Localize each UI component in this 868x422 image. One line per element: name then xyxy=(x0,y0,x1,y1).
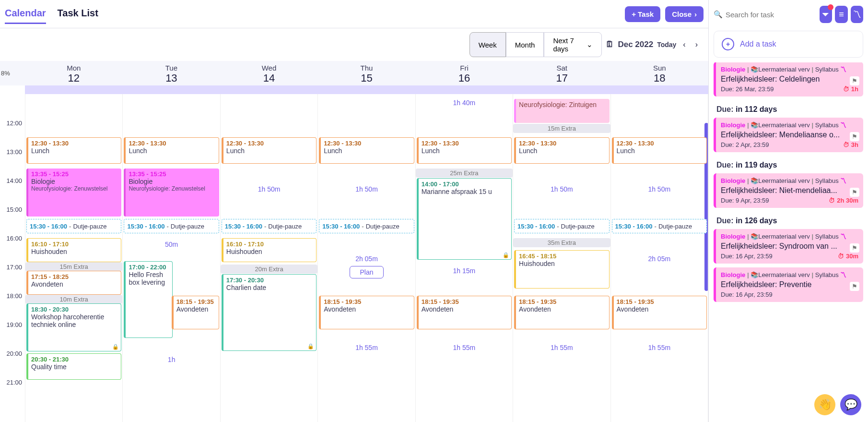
prev-week[interactable]: ‹ xyxy=(680,38,688,51)
event-lunch[interactable]: 12:30 - 13:30Lunch xyxy=(319,137,414,164)
event-dinner[interactable]: 18:15 - 19:35Avondeten xyxy=(319,296,414,329)
flag-icon[interactable]: ⚑ xyxy=(850,76,859,85)
add-task-button[interactable]: + Task xyxy=(625,6,660,22)
hour-label: 21:00 xyxy=(6,379,22,386)
event-dinner[interactable]: 18:15 - 19:35Avondeten xyxy=(612,296,707,329)
event-workshop[interactable]: 18:30 - 20:30Workshop harcoherentie tech… xyxy=(26,303,121,351)
ev-title: Quality time xyxy=(31,363,118,371)
tab-tasklist[interactable]: Task List xyxy=(58,4,98,24)
task-time: ⏱ 1h xyxy=(843,85,858,93)
event-huishouden[interactable]: 16:10 - 17:10Huishouden xyxy=(26,238,121,262)
event-charlien[interactable]: 17:30 - 20:30Charlien date🔒 xyxy=(222,274,317,351)
ev-sub: Neurofysiologie: Zenuwstelsel xyxy=(31,185,118,192)
event-lunch[interactable]: 12:30 - 13:30Lunch xyxy=(222,137,317,164)
view-month[interactable]: Month xyxy=(506,32,544,57)
filter-button[interactable]: ⏷ xyxy=(820,6,832,23)
add-task-row[interactable]: + Add a task xyxy=(714,31,863,58)
ev-time: 18:15 - 19:35 xyxy=(176,298,216,305)
plan-button[interactable]: Plan xyxy=(350,266,383,278)
task-subject: Biologie xyxy=(721,271,745,278)
event-zintuigen[interactable]: Neurofysiologie: Zintuigen xyxy=(514,99,609,123)
event-nap[interactable]: 15:30 - 16:00-Dutje-pauze xyxy=(124,219,219,233)
event-biologie[interactable]: 13:35 - 15:25BiologieNeurofysiologie: Ze… xyxy=(26,169,121,217)
event-lunch[interactable]: 12:30 - 13:30Lunch xyxy=(124,137,219,164)
close-label: Close xyxy=(672,10,692,18)
notification-dot xyxy=(828,4,833,10)
task-card[interactable]: Biologie | 📚Leermateriaal verv | Syllabu… xyxy=(714,118,863,152)
view-next7[interactable]: Next 7 days ⌄ xyxy=(544,32,602,57)
next-week[interactable]: › xyxy=(692,38,701,51)
day-num: 14 xyxy=(220,72,318,84)
ev-time: 16:45 - 18:15 xyxy=(519,253,606,260)
event-lunch[interactable]: 12:30 - 13:30Lunch xyxy=(514,137,609,164)
event-lunch[interactable]: 12:30 - 13:30Lunch xyxy=(417,137,512,164)
ev-title: Lunch xyxy=(422,147,508,155)
ev-time: 12:30 - 13:30 xyxy=(226,140,313,147)
search-input[interactable] xyxy=(726,11,817,19)
task-due: 16 Apr, 23:59 xyxy=(736,253,773,260)
event-dinner[interactable]: 18:15 - 19:35Avondeten xyxy=(172,296,219,329)
sort-button[interactable]: ≡ xyxy=(835,6,847,23)
task-card[interactable]: Biologie | 📚Leermateriaal verv | Syllabu… xyxy=(714,267,863,302)
event-marianne[interactable]: 14:00 - 17:00Marianne afspraak 15 u🔒 xyxy=(417,178,512,260)
ev-time: 18:15 - 19:35 xyxy=(519,298,606,305)
event-nap[interactable]: 15:30 - 16:00-Dutje-pauze xyxy=(514,219,609,233)
task-due: 2 Apr, 23:59 xyxy=(736,141,769,148)
day-header: Mon12 Tue13 Wed14 Thu15 Fri16 Sat17 Sun1… xyxy=(0,61,708,85)
event-hello-fresh[interactable]: 17:00 - 22:00Hello Fresh box levering xyxy=(124,261,172,338)
task-card[interactable]: Biologie | 📚Leermateriaal verv | Syllabu… xyxy=(714,173,863,208)
ev-title: Biologie xyxy=(31,178,118,185)
event-dinner[interactable]: 17:15 - 18:25Avondeten xyxy=(26,271,121,295)
hour-label: 15:00 xyxy=(6,206,22,213)
flag-icon[interactable]: ⚑ xyxy=(850,282,859,291)
due-prefix: Due: xyxy=(721,253,734,260)
task-tag: Syllabus xyxy=(815,66,839,73)
event-nap[interactable]: 15:30 - 16:00-Dutje-pauze xyxy=(612,219,707,233)
ev-time: 15:30 - 16:00 xyxy=(127,223,164,230)
event-lunch[interactable]: 12:30 - 13:30Lunch xyxy=(612,137,707,164)
task-card[interactable]: Biologie | 📚Leermateriaal verv | Syllabu… xyxy=(714,62,863,96)
ev-time: 13:35 - 15:25 xyxy=(31,170,118,178)
chart-icon: 〽 xyxy=(840,66,846,73)
task-sidebar: 🔍 ⏷ ≡ 〽 + Add a task Due: 26 Mar, 23:59⏱… xyxy=(709,0,868,422)
event-huishouden[interactable]: 16:45 - 18:15Huishouden xyxy=(514,250,609,289)
group-header: Due: in 112 days xyxy=(714,100,863,118)
tab-calendar[interactable]: Calendar xyxy=(5,4,46,24)
view-week[interactable]: Week xyxy=(469,32,506,57)
event-nap[interactable]: 15:30 - 16:00-Dutje-pauze xyxy=(319,219,414,233)
event-nap[interactable]: 15:30 - 16:00-Dutje-pauze xyxy=(26,219,121,233)
task-card[interactable]: Biologie | 📚Leermateriaal verv | Syllabu… xyxy=(714,229,863,264)
flag-icon[interactable]: ⚑ xyxy=(850,243,859,253)
add-task-label: Add a task xyxy=(740,40,776,48)
chat-icon: 💬 xyxy=(845,398,857,411)
event-dinner[interactable]: 18:15 - 19:35Avondeten xyxy=(417,296,512,329)
task-title: Erfelijkheidsleer: Syndroom van ... xyxy=(721,242,858,251)
task-tag: Leermateriaal verv xyxy=(758,177,810,184)
ev-title: Avondeten xyxy=(422,305,508,313)
event-nap[interactable]: 15:30 - 16:00-Dutje-pauze xyxy=(222,219,317,233)
event-biologie[interactable]: 13:35 - 15:25BiologieNeurofysiologie: Ze… xyxy=(124,169,219,217)
day-col-mon: 12:30 - 13:30Lunch 13:35 - 15:25Biologie… xyxy=(25,94,122,422)
chat-fab[interactable]: 💬 xyxy=(840,394,861,415)
flag-icon[interactable]: ⚑ xyxy=(850,188,859,197)
chart-icon: 〽 xyxy=(840,121,846,129)
event-quality[interactable]: 20:30 - 21:30Quality time xyxy=(26,353,121,380)
close-button[interactable]: Close › xyxy=(665,6,704,22)
event-huishouden[interactable]: 16:10 - 17:10Huishouden xyxy=(222,238,317,262)
current-month[interactable]: 🗓 Dec 2022 xyxy=(606,40,653,49)
flag-icon[interactable]: ⚑ xyxy=(850,132,859,141)
task-due: 16 Apr, 23:59 xyxy=(736,291,773,298)
ev-title: Dutje-pauze xyxy=(171,223,204,230)
extra-badge: 20m Extra xyxy=(221,265,317,274)
extra-badge: 25m Extra xyxy=(416,169,513,178)
event-dinner[interactable]: 18:15 - 19:35Avondeten xyxy=(514,296,609,329)
ev-sub: Neurofysiologie: Zenuwstelsel xyxy=(129,185,216,192)
analytics-button[interactable]: 〽 xyxy=(851,6,863,23)
search-box[interactable]: 🔍 xyxy=(714,10,817,19)
extra-badge: 15m Extra xyxy=(25,262,122,271)
event-lunch[interactable]: 12:30 - 13:30Lunch xyxy=(26,137,121,164)
ev-time: 17:00 - 22:00 xyxy=(129,264,169,271)
task-due: 9 Apr, 23:59 xyxy=(736,197,769,204)
wave-fab[interactable]: 👋 xyxy=(814,394,835,415)
today-button[interactable]: Today xyxy=(657,41,676,48)
